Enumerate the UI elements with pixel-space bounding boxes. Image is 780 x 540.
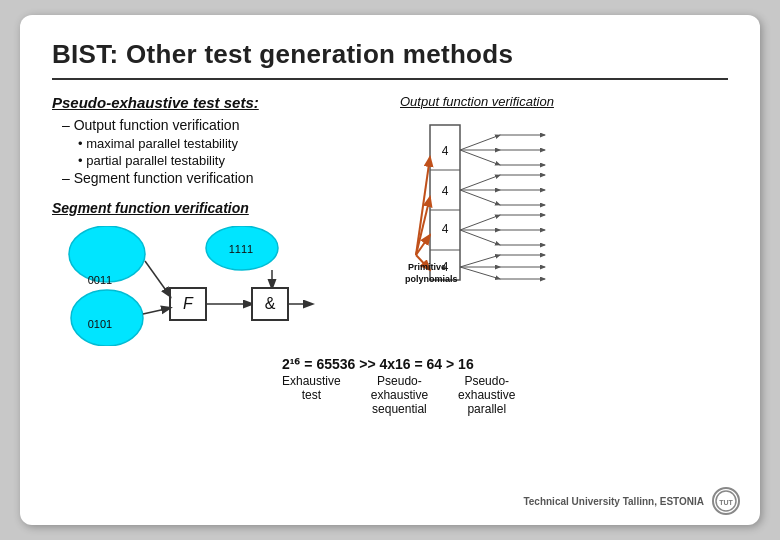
ofv-label: Output function verification <box>400 94 554 109</box>
svg-line-43 <box>460 267 500 279</box>
footer-text: Technical University Tallinn, ESTONIA <box>523 496 704 507</box>
section1-title: Pseudo-exhaustive test sets: <box>52 94 380 111</box>
svg-line-25 <box>460 150 500 165</box>
ofv-diagram: 4 4 4 4 <box>400 115 630 295</box>
svg-text:polynomials: polynomials <box>405 274 458 284</box>
svg-line-37 <box>460 230 500 245</box>
bullet-item-2: partial parallel testability <box>78 153 380 168</box>
svg-line-29 <box>460 175 500 190</box>
labels-row: Exhaustive test Pseudo- exhaustive seque… <box>282 374 515 416</box>
svg-text:F: F <box>183 295 194 312</box>
slide-title: BIST: Other test generation methods <box>52 39 728 70</box>
equation: 2¹⁶ = 65536 >> 4x16 = 64 > 16 <box>282 356 515 372</box>
bottom-info: 2¹⁶ = 65536 >> 4x16 = 64 > 16 Exhaustive… <box>282 352 515 416</box>
svg-line-31 <box>460 190 500 205</box>
label-pseudo-seq: Pseudo- exhaustive sequential <box>371 374 428 416</box>
sfv-diagram: F 0011 0101 1111 & <box>52 226 352 346</box>
footer: Technical University Tallinn, ESTONIA TU… <box>523 487 740 515</box>
label-exhaustive: Exhaustive test <box>282 374 341 416</box>
svg-text:Primitive: Primitive <box>408 262 446 272</box>
footer-logo: TUT <box>712 487 740 515</box>
svg-text:4: 4 <box>442 184 449 198</box>
svg-text:4: 4 <box>442 144 449 158</box>
dash-item-1: – Output function verification <box>62 117 380 133</box>
svg-text:TUT: TUT <box>719 499 733 506</box>
label-pseudo-par: Pseudo- exhaustive parallel <box>458 374 515 416</box>
title-divider <box>52 78 728 80</box>
dash-item-2: – Segment function verification <box>62 170 380 186</box>
svg-text:1111: 1111 <box>229 243 253 255</box>
section2-title: Segment function verification <box>52 200 380 216</box>
svg-line-35 <box>460 215 500 230</box>
svg-text:0101: 0101 <box>88 318 112 330</box>
svg-text:&: & <box>265 295 276 312</box>
content-area: Pseudo-exhaustive test sets: – Output fu… <box>52 94 728 350</box>
svg-line-8 <box>145 261 170 296</box>
right-column: Output function verification 4 4 4 4 <box>400 94 728 350</box>
svg-text:0011: 0011 <box>88 274 112 286</box>
bullet-item-1: maximal parallel testability <box>78 136 380 151</box>
left-column: Pseudo-exhaustive test sets: – Output fu… <box>52 94 380 350</box>
svg-line-23 <box>460 135 500 150</box>
svg-text:4: 4 <box>442 222 449 236</box>
slide: BIST: Other test generation methods Pseu… <box>20 15 760 525</box>
svg-line-9 <box>143 308 170 314</box>
svg-line-41 <box>460 255 500 267</box>
